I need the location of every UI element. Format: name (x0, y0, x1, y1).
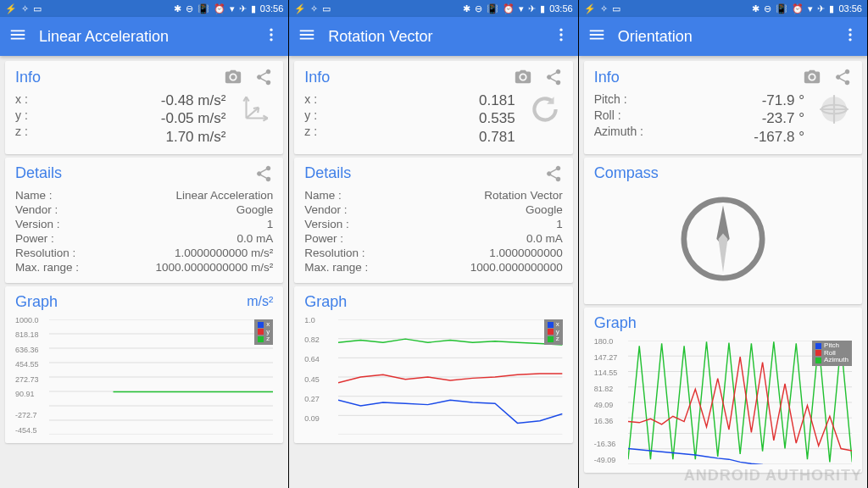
sphere-icon (816, 92, 852, 127)
svg-point-2 (270, 38, 273, 41)
app-bar: Rotation Vector (289, 17, 577, 56)
info-label: z : (15, 124, 28, 140)
screenshot-icon[interactable] (803, 68, 821, 86)
share-icon[interactable] (544, 68, 563, 86)
graph-plot[interactable]: 180.0147.27114.5581.8249.0916.36-16.36-4… (594, 337, 852, 464)
airplane-icon: ✈ (239, 3, 247, 14)
graph-legend: Pitch Roll Azimuth (812, 341, 852, 366)
axes-icon (237, 92, 273, 127)
detail-row: Resolution :1.0000000000 m/s² (15, 246, 273, 260)
screenshot-icon[interactable] (514, 68, 532, 86)
page-title: Linear Acceleration (39, 28, 251, 46)
details-card: Details Name :Linear Acceleration Vendor… (5, 158, 283, 283)
compass-card: Compass (584, 158, 862, 304)
info-label: x : (15, 92, 28, 108)
info-value: 1.70 m/s² (35, 128, 226, 146)
detail-row: Vendor :Google (15, 202, 273, 217)
svg-point-13 (559, 33, 562, 36)
menu-button[interactable] (8, 25, 27, 47)
graph-plot[interactable]: 1.00.820.640.450.270.09 x y z (304, 316, 562, 435)
detail-row: Name :Linear Acceleration (15, 188, 273, 202)
screenshot-icon[interactable] (224, 68, 242, 86)
graph-card: Graph m/s² 1000.0818.18636.36454.55272.7… (5, 286, 283, 443)
detail-row: Power :0.0 mA (15, 231, 273, 246)
clock: 03:56 (549, 3, 573, 14)
info-value: -0.48 m/s² (35, 92, 226, 109)
compass-icon (594, 187, 852, 296)
clock: 03:56 (260, 3, 284, 14)
page-title: Rotation Vector (328, 28, 540, 46)
svg-point-23 (849, 33, 851, 36)
graph-plot[interactable]: 1000.0818.18636.36454.55272.7390.91-272.… (15, 316, 273, 435)
details-title: Details (15, 164, 242, 182)
overflow-button[interactable] (553, 26, 570, 47)
info-card: Info x : y : z : -0.48 m/s² -0.05 m/s² 1… (5, 61, 283, 154)
graph-card: Graph 1.00.820.640.450.270.09 x y z (294, 286, 572, 443)
clock: 03:56 (838, 3, 862, 14)
app-bar: Orientation (579, 17, 867, 56)
wifi-icon: ▾ (230, 3, 235, 14)
graph-title: Graph (15, 293, 247, 311)
page-title: Orientation (618, 28, 830, 46)
share-icon[interactable] (254, 164, 273, 183)
share-icon[interactable] (254, 68, 273, 86)
detail-row: Max. range :1000.0000000000 m/s² (15, 260, 273, 274)
info-value: -0.05 m/s² (35, 109, 226, 127)
vibrate-icon: 📳 (198, 3, 209, 14)
status-bar: ⚡✧▭ ✱⊖📳⏰▾✈▮ 03:56 (579, 0, 867, 17)
share-icon[interactable] (833, 68, 852, 86)
battery-icon: ▮ (251, 3, 256, 14)
bluetooth-icon: ✱ (174, 3, 181, 14)
info-label: y : (15, 108, 28, 124)
overflow-button[interactable] (263, 26, 280, 47)
share-icon[interactable] (544, 164, 563, 183)
svg-point-22 (849, 29, 851, 31)
picture-icon: ▭ (33, 3, 42, 14)
overflow-button[interactable] (842, 26, 859, 47)
svg-point-14 (559, 38, 562, 41)
graph-unit: m/s² (247, 294, 273, 309)
svg-point-1 (270, 33, 273, 36)
svg-point-12 (559, 29, 562, 31)
graph-card: Graph 180.0147.27114.5581.8249.0916.36-1… (584, 308, 862, 473)
content: Info x : y : z : -0.48 m/s² -0.05 m/s² 1… (0, 56, 288, 488)
status-bar: ⚡✧▭ ✱⊖📳⏰▾✈▮ 03:56 (289, 0, 577, 17)
alarm-icon: ⏰ (214, 3, 225, 14)
menu-button[interactable] (587, 25, 606, 47)
svg-point-0 (270, 29, 273, 31)
flash-icon: ⚡ (5, 3, 17, 14)
dnd-icon: ⊖ (186, 3, 193, 14)
svg-marker-31 (718, 233, 727, 272)
graph-legend: x y z (254, 319, 273, 345)
info-title: Info (15, 69, 212, 86)
svg-point-24 (849, 38, 851, 41)
status-bar: ⚡ ✧ ▭ ✱ ⊖ 📳 ⏰ ▾ ✈ ▮ 03:56 (0, 0, 288, 17)
refresh-icon (527, 92, 563, 127)
graph-legend: x y z (544, 319, 563, 345)
app-bar: Linear Acceleration (0, 17, 288, 56)
menu-button[interactable] (298, 25, 316, 47)
info-card: Info Pitch : Roll : Azimuth : -71.9 ° -2… (584, 61, 862, 154)
screen-linear-acceleration: ⚡ ✧ ▭ ✱ ⊖ 📳 ⏰ ▾ ✈ ▮ 03:56 Linear Acceler… (0, 0, 289, 488)
info-card: Info x : y : z : 0.181 0.535 0.781 (294, 61, 572, 154)
screen-rotation-vector: ⚡✧▭ ✱⊖📳⏰▾✈▮ 03:56 Rotation Vector Info x… (289, 0, 578, 488)
detail-row: Version :1 (15, 217, 273, 231)
bolt-icon: ✧ (21, 3, 29, 14)
screen-orientation: ⚡✧▭ ✱⊖📳⏰▾✈▮ 03:56 Orientation Info Pitch… (579, 0, 868, 488)
details-card: Details Name :Rotation Vector Vendor :Go… (294, 158, 572, 283)
